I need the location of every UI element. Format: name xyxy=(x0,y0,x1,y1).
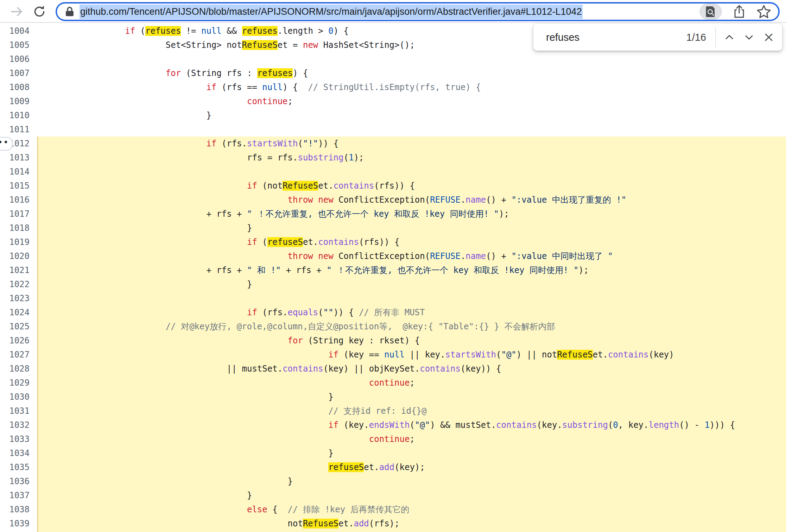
bookmark-button[interactable] xyxy=(756,5,771,19)
code-text: // 支持id ref: id{}@ xyxy=(37,404,786,418)
code-text: continue; xyxy=(37,94,786,108)
find-match-highlight: RefuseS xyxy=(303,519,338,528)
line-number[interactable]: 1033 xyxy=(0,432,37,446)
code-text: } xyxy=(37,474,786,488)
code-text: } xyxy=(37,221,786,235)
code-line: 1019 if (refuseSet.contains(rfs)) { xyxy=(0,235,786,249)
close-x-icon xyxy=(764,32,774,42)
code-text: throw new ConflictException(REFUSE.name(… xyxy=(37,249,786,263)
find-next-button[interactable] xyxy=(739,27,759,47)
line-number[interactable]: 1032 xyxy=(0,418,37,432)
line-number[interactable]: 1026 xyxy=(0,334,37,348)
line-number[interactable]: 1016 xyxy=(0,193,37,207)
line-number[interactable]: 1019 xyxy=(0,235,37,249)
code-text xyxy=(37,291,786,305)
code-text: if (key.endsWith("@") && mustSet.contain… xyxy=(37,418,786,432)
code-line: 1035 refuseSet.add(key); xyxy=(0,460,786,474)
find-match-highlight: refuses xyxy=(145,26,181,36)
line-number[interactable]: 1036 xyxy=(0,474,37,488)
ellipsis-dots: •• xyxy=(0,137,10,146)
line-number[interactable]: 1004 xyxy=(0,24,37,38)
line-number[interactable]: 1023 xyxy=(0,291,37,305)
code-text: if (key == null || key.startsWith("@") |… xyxy=(37,348,786,362)
code-text: } xyxy=(37,277,786,291)
reload-button[interactable] xyxy=(32,4,47,19)
line-number[interactable]: 1011 xyxy=(0,122,37,137)
code-line: 1031 // 支持id ref: id{}@ xyxy=(0,404,786,418)
line-number[interactable]: 1005 xyxy=(0,38,37,52)
find-match-highlight: refuses xyxy=(257,68,293,78)
code-line: 1009 continue; xyxy=(0,94,786,108)
code-line: 1007 for (String rfs : refuses) { xyxy=(0,66,786,80)
line-number[interactable]: 1018 xyxy=(0,221,37,235)
line-number[interactable]: 1035 xyxy=(0,460,37,474)
code-text: throw new ConflictException(REFUSE.name(… xyxy=(37,193,786,207)
find-match-count: 1/16 xyxy=(686,32,706,43)
omnibox-actions xyxy=(699,4,778,20)
code-text: + rfs + " ！不允许重复, 也不允许一个 key 和取反 !key 同时… xyxy=(37,207,786,221)
line-number[interactable]: 1027 xyxy=(0,348,37,362)
line-number[interactable]: 1029 xyxy=(0,376,37,390)
line-number[interactable]: 1028 xyxy=(0,362,37,376)
line-number[interactable]: 1024 xyxy=(0,305,37,319)
address-bar[interactable]: github.com/Tencent/APIJSON/blob/master/A… xyxy=(56,2,780,21)
search-this-page-chip[interactable] xyxy=(699,4,722,20)
code-line: 1011 xyxy=(0,122,786,137)
line-number[interactable]: 1015 xyxy=(0,179,37,193)
line-number[interactable]: 1034 xyxy=(0,446,37,460)
line-range-menu-button[interactable]: •• xyxy=(0,137,13,151)
line-number[interactable]: 1007 xyxy=(0,66,37,80)
code-line xyxy=(0,531,786,532)
reload-icon xyxy=(32,5,46,19)
find-query-input[interactable]: refuses xyxy=(546,32,686,43)
find-close-button[interactable] xyxy=(759,27,779,47)
star-outline-icon xyxy=(756,5,771,19)
code-text: else { // 排除 !key 后再禁传其它的 xyxy=(37,502,786,517)
line-number[interactable]: 1008 xyxy=(0,80,37,94)
lock-icon xyxy=(65,6,75,17)
line-number[interactable]: 1031 xyxy=(0,404,37,418)
line-number[interactable]: 1021 xyxy=(0,263,37,277)
find-match-highlight: RefuseS xyxy=(557,350,592,360)
line-number[interactable]: 1009 xyxy=(0,94,37,108)
line-number[interactable]: 1020 xyxy=(0,249,37,263)
line-number[interactable]: 1037 xyxy=(0,488,37,502)
find-previous-button[interactable] xyxy=(720,27,739,47)
code-text: refuseSet.add(key); xyxy=(37,460,786,474)
find-match-highlight: refuseS xyxy=(328,462,364,472)
code-text: } xyxy=(37,446,786,460)
share-button[interactable] xyxy=(733,4,746,19)
forward-button[interactable] xyxy=(9,4,24,19)
line-number[interactable]: 1010 xyxy=(0,108,37,122)
code-line: 1010 } xyxy=(0,108,786,122)
code-text xyxy=(37,52,786,66)
code-line: 1016 throw new ConflictException(REFUSE.… xyxy=(0,193,786,207)
code-line: 1036 } xyxy=(0,474,786,488)
line-number[interactable]: 1039 xyxy=(0,517,37,531)
code-line: 1032 if (key.endsWith("@") && mustSet.co… xyxy=(0,418,786,432)
code-line: 1017 + rfs + " ！不允许重复, 也不允许一个 key 和取反 !k… xyxy=(0,207,786,221)
line-number[interactable]: 1014 xyxy=(0,165,37,179)
code-text: for (String rfs : refuses) { xyxy=(37,66,786,80)
line-number[interactable]: 1030 xyxy=(0,390,37,404)
code-line: 1006 xyxy=(0,52,786,66)
code-line: 1037 } xyxy=(0,488,786,502)
line-number[interactable]: 1013 xyxy=(0,151,37,165)
line-number[interactable]: 1025 xyxy=(0,319,37,334)
line-number[interactable]: 1038 xyxy=(0,502,37,517)
code-line: 1025 // 对@key放行, @role,@column,自定义@posit… xyxy=(0,319,786,334)
find-match-highlight: refuses xyxy=(242,26,278,36)
line-number[interactable]: 1006 xyxy=(0,52,37,66)
code-line: 1021 + rfs + " 和 !" + rfs + " ！不允许重复, 也不… xyxy=(0,263,786,277)
code-text: continue; xyxy=(37,432,786,446)
line-number[interactable] xyxy=(0,531,37,532)
code-line: 1018 } xyxy=(0,221,786,235)
line-number[interactable]: 1022 xyxy=(0,277,37,291)
url-text[interactable]: github.com/Tencent/APIJSON/blob/master/A… xyxy=(80,6,583,17)
code-text xyxy=(37,165,786,179)
code-text: if (rfs == null) { // StringUtil.isEmpty… xyxy=(37,80,786,94)
line-number[interactable]: 1017 xyxy=(0,207,37,221)
browser-toolbar: github.com/Tencent/APIJSON/blob/master/A… xyxy=(0,0,786,23)
code-text: continue; xyxy=(37,376,786,390)
code-text: if (refuseSet.contains(rfs)) { xyxy=(37,235,786,249)
